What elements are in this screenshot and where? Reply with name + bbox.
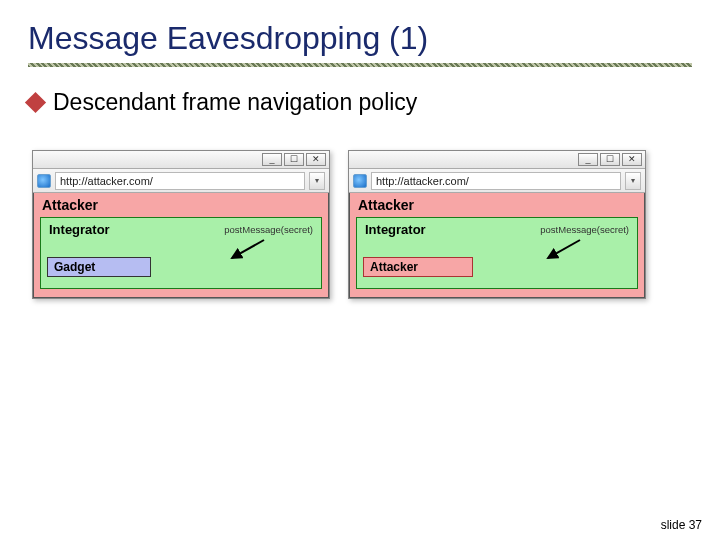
- slide-title: Message Eavesdropping (1): [28, 20, 692, 57]
- close-icon: ✕: [622, 153, 642, 166]
- arrow-icon: [542, 238, 582, 262]
- gadget-frame: Gadget: [47, 257, 151, 277]
- maximize-icon: ☐: [284, 153, 304, 166]
- globe-icon: [37, 174, 51, 188]
- svg-line-0: [232, 240, 264, 258]
- integrator-frame: Integrator postMessage(secret) Gadget: [40, 217, 322, 289]
- minimize-icon: _: [578, 153, 598, 166]
- bullet-icon: [25, 92, 46, 113]
- slide-number: slide 37: [661, 518, 702, 532]
- bullet-text: Descendant frame navigation policy: [53, 89, 417, 116]
- dropdown-icon: ▾: [625, 172, 641, 190]
- window-titlebar: _ ☐ ✕: [349, 151, 645, 169]
- url-text: http://attacker.com/: [60, 175, 153, 187]
- attacker-label: Attacker: [42, 197, 322, 213]
- postmessage-label: postMessage(secret): [224, 224, 313, 235]
- attacker-frame: Attacker Integrator postMessage(secret) …: [349, 193, 645, 298]
- dropdown-icon: ▾: [309, 172, 325, 190]
- maximize-icon: ☐: [600, 153, 620, 166]
- bullet-row: Descendant frame navigation policy: [28, 89, 692, 116]
- minimize-icon: _: [262, 153, 282, 166]
- address-bar: http://attacker.com/ ▾: [349, 169, 645, 193]
- address-bar: http://attacker.com/ ▾: [33, 169, 329, 193]
- globe-icon: [353, 174, 367, 188]
- diagrams-row: _ ☐ ✕ http://attacker.com/ ▾ Attacker In…: [28, 150, 692, 299]
- url-box: http://attacker.com/: [55, 172, 305, 190]
- url-text: http://attacker.com/: [376, 175, 469, 187]
- browser-right: _ ☐ ✕ http://attacker.com/ ▾ Attacker In…: [348, 150, 646, 299]
- browser-left: _ ☐ ✕ http://attacker.com/ ▾ Attacker In…: [32, 150, 330, 299]
- window-titlebar: _ ☐ ✕: [33, 151, 329, 169]
- postmessage-label: postMessage(secret): [540, 224, 629, 235]
- attacker-inner-frame: Attacker: [363, 257, 473, 277]
- arrow-icon: [226, 238, 266, 262]
- title-rule: [28, 63, 692, 67]
- close-icon: ✕: [306, 153, 326, 166]
- svg-line-1: [548, 240, 580, 258]
- integrator-frame: Integrator postMessage(secret) Attacker: [356, 217, 638, 289]
- url-box: http://attacker.com/: [371, 172, 621, 190]
- attacker-frame: Attacker Integrator postMessage(secret) …: [33, 193, 329, 298]
- attacker-label: Attacker: [358, 197, 638, 213]
